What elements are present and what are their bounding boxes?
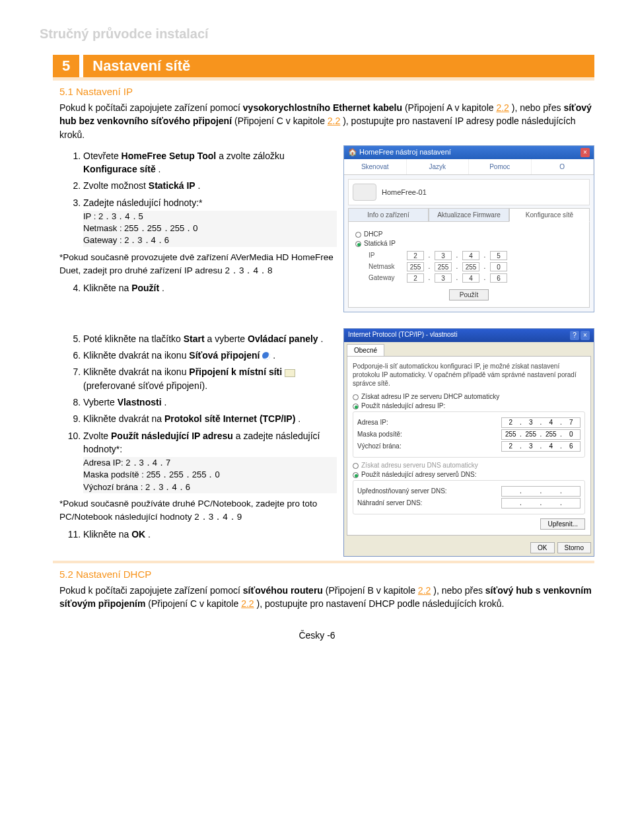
subtab-netconfig[interactable]: Konfigurace sítě bbox=[509, 208, 590, 222]
xref-link[interactable]: 2.2 bbox=[328, 116, 340, 126]
label: Použít následující adresu IP: bbox=[361, 402, 445, 409]
dns-group: Upřednostňovaný server DNS: . . . Náhrad… bbox=[353, 480, 585, 514]
device-row[interactable]: HomeFree-01 bbox=[348, 179, 590, 205]
tab-scan[interactable]: Skenovat bbox=[344, 159, 407, 174]
divider bbox=[53, 77, 594, 81]
text-bold: Ovládací panely bbox=[248, 333, 318, 344]
dns2-input[interactable]: . . . bbox=[501, 498, 581, 508]
ip-input[interactable]: 2. 3. 4. 7 bbox=[501, 417, 581, 428]
label: Výchozí brána: bbox=[357, 442, 501, 450]
dot-icon: . bbox=[456, 263, 458, 270]
row-dns2: Náhradní server DNS: . . . bbox=[357, 498, 581, 508]
text: . bbox=[273, 350, 275, 361]
code-line: IP : 2．3．4．5 bbox=[83, 211, 337, 223]
dot-icon: . bbox=[428, 274, 431, 281]
ip-octet[interactable]: 4 bbox=[462, 251, 479, 260]
xref-link[interactable]: 2.2 bbox=[241, 598, 254, 609]
xref-link[interactable]: 2.2 bbox=[496, 102, 509, 113]
ip-octet[interactable]: 2 bbox=[407, 273, 424, 283]
radio-manual-ip[interactable]: Použít následující adresu IP: bbox=[353, 402, 585, 409]
radio-static[interactable]: Statická IP bbox=[355, 240, 582, 247]
advanced-button[interactable]: Upřesnit... bbox=[540, 518, 585, 530]
row-mask: Maska podsítě: 255. 255. 255. 0 bbox=[357, 429, 581, 440]
octet: 0 bbox=[563, 430, 581, 439]
dot-icon: . bbox=[428, 263, 431, 270]
ip-octet[interactable]: 255 bbox=[407, 262, 424, 271]
ip-octet[interactable]: 3 bbox=[435, 251, 452, 260]
tab-help[interactable]: Pomoc bbox=[469, 159, 532, 174]
text: HomeFree nástroj nastavení bbox=[359, 148, 451, 156]
text: . bbox=[164, 397, 166, 407]
dot-icon: . bbox=[456, 274, 458, 281]
screenshot-homefree: 🏠 HomeFree nástroj nastavení × Skenovat … bbox=[343, 145, 594, 312]
dot-icon: . bbox=[428, 252, 431, 259]
text: (Připojení B v kapitole bbox=[326, 585, 418, 596]
text: . bbox=[198, 180, 201, 191]
ip-octet[interactable]: 255 bbox=[462, 262, 479, 271]
tab-about[interactable]: O bbox=[532, 159, 594, 174]
radio-icon bbox=[353, 394, 359, 400]
step-9: Klikněte dvakrát na Protokol sítě Intern… bbox=[83, 412, 337, 425]
step-7: Klikněte dvakrát na ikonu Připojení k mí… bbox=[83, 365, 337, 392]
dot-icon: . bbox=[560, 499, 563, 508]
text: ), nebo přes bbox=[512, 102, 564, 113]
subsection-5-1: 5.1 Nastavení IP bbox=[59, 86, 594, 97]
tab-lang[interactable]: Jazyk bbox=[407, 159, 470, 174]
intro-para-51: Pokud k počítači zapojujete zařízení pom… bbox=[59, 101, 594, 141]
text-bold: Připojení k místní síti bbox=[189, 367, 282, 377]
steps-list-b: Poté klikněte na tlačítko Start a vybert… bbox=[59, 332, 337, 493]
label: Statická IP bbox=[364, 240, 396, 247]
cancel-button[interactable]: Storno bbox=[557, 542, 591, 553]
netmask-row: Netmask 255. 255. 255. 0 bbox=[369, 262, 582, 271]
radio-icon bbox=[355, 241, 361, 247]
gateway-row: Gateway 2. 3. 4. 6 bbox=[369, 273, 582, 283]
close-icon[interactable]: × bbox=[581, 148, 590, 157]
ip-octet[interactable]: 5 bbox=[490, 251, 507, 260]
dns1-input[interactable]: . . . bbox=[501, 486, 581, 497]
values-box-2: Adresa IP: 2．3．4．7 Maska podsítě : 255．2… bbox=[83, 457, 337, 493]
close-icon[interactable]: × bbox=[581, 331, 590, 340]
step-5: Poté klikněte na tlačítko Start a vybert… bbox=[83, 332, 337, 345]
label: Upřednostňovaný server DNS: bbox=[357, 487, 501, 495]
mask-input[interactable]: 255. 255. 255. 0 bbox=[501, 429, 581, 440]
text: . bbox=[162, 283, 164, 293]
octet: 3 bbox=[522, 418, 540, 427]
text: Zvolte bbox=[83, 431, 111, 441]
octet: 2 bbox=[502, 442, 520, 451]
ip-octet[interactable]: 3 bbox=[435, 273, 452, 283]
code-line: Adresa IP: 2．3．4．7 bbox=[83, 457, 337, 469]
ip-octet[interactable]: 6 bbox=[490, 273, 507, 283]
step-3: Zadejte následující hodnoty:* IP : 2．3．4… bbox=[83, 196, 337, 247]
radio-icon bbox=[353, 403, 359, 409]
step-2: Zvolte možnost Statická IP . bbox=[83, 179, 337, 192]
text: (preferované síťové připojení). bbox=[83, 380, 207, 391]
text: (Připojení C v kapitole bbox=[148, 598, 241, 609]
gw-input[interactable]: 2. 3. 4. 6 bbox=[501, 441, 581, 452]
ip-octet[interactable]: 0 bbox=[490, 262, 507, 271]
radio-auto-ip[interactable]: Získat adresu IP ze serveru DHCP automat… bbox=[353, 393, 585, 400]
ip-octet[interactable]: 255 bbox=[435, 262, 452, 271]
octet: 3 bbox=[522, 442, 540, 451]
subtab-info[interactable]: Info o zařízení bbox=[348, 208, 429, 222]
radio-manual-dns[interactable]: Použít následující adresy serverů DNS: bbox=[353, 471, 585, 478]
text-bold: síťovéhou routeru bbox=[243, 585, 323, 596]
text-bold: Statická IP bbox=[149, 180, 195, 191]
radio-dhcp[interactable]: DHCP bbox=[355, 230, 582, 238]
ip-octet[interactable]: 2 bbox=[407, 251, 424, 260]
subsection-5-2: 5.2 Nastavení DHCP bbox=[59, 569, 594, 580]
xref-link[interactable]: 2.2 bbox=[418, 585, 431, 596]
ok-button[interactable]: OK bbox=[530, 542, 554, 553]
section-title: Nastavení sítě bbox=[83, 55, 594, 77]
text: . bbox=[321, 333, 324, 344]
window-title: Internet Protocol (TCP/IP) - vlastnosti bbox=[348, 331, 458, 340]
document-title: Stručný průvodce instalací bbox=[40, 26, 594, 42]
text-bold: Protokol sítě Internet (TCP/IP) bbox=[164, 413, 295, 424]
apply-button[interactable]: Použít bbox=[449, 289, 489, 300]
subtab-firmware[interactable]: Aktualizace Firmware bbox=[429, 208, 509, 222]
tab-general[interactable]: Obecné bbox=[347, 344, 384, 356]
help-icon[interactable]: ? bbox=[570, 331, 579, 340]
dot-icon: . bbox=[520, 499, 522, 508]
dot-icon: . bbox=[520, 487, 522, 496]
octet: 2 bbox=[502, 418, 520, 427]
ip-octet[interactable]: 4 bbox=[462, 273, 479, 283]
